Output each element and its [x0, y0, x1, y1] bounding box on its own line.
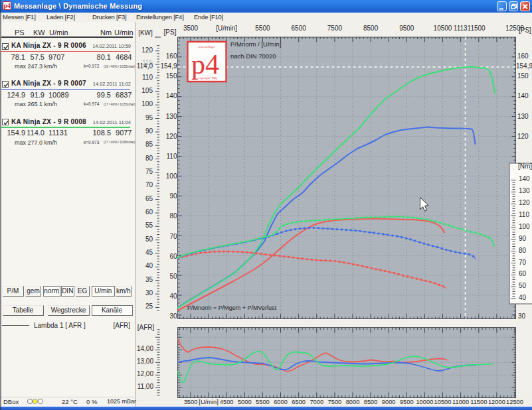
svg-text:P/Mnorm = P/Mgem + P/MVerlust: P/Mnorm = P/Mgem + P/MVerlust — [187, 305, 277, 311]
svg-text:P/Mnorm / [U/min]: P/Mnorm / [U/min] — [230, 40, 282, 48]
svg-text:copyright °Mdy: copyright °Mdy — [198, 76, 218, 80]
svg-text:nach DIN 70020: nach DIN 70020 — [230, 52, 276, 60]
svg-text:p4: p4 — [191, 49, 219, 80]
svg-text:Amerschläger: Amerschläger — [198, 45, 215, 48]
